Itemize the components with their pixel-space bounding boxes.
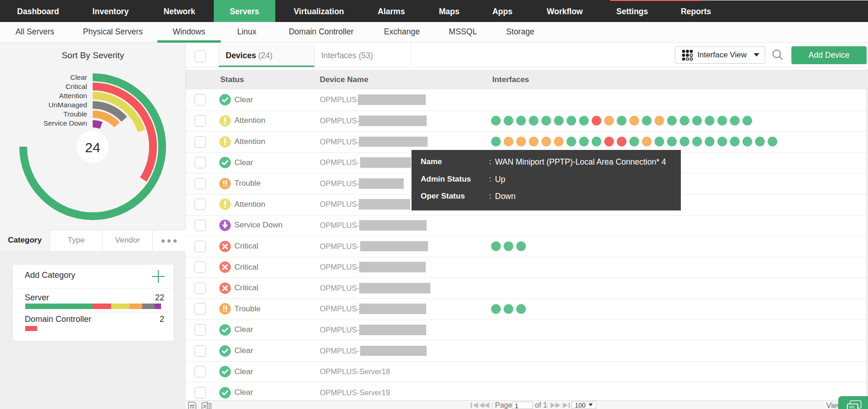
svg-text:Critical: Critical [66, 83, 87, 90]
svg-text:Trouble: Trouble [63, 110, 87, 118]
svg-text:24: 24 [85, 140, 100, 155]
svg-text:UnManaged: UnManaged [49, 101, 87, 109]
svg-text:Clear: Clear [70, 73, 87, 81]
svg-text:Attention: Attention [59, 92, 87, 99]
svg-text:Service Down: Service Down [43, 119, 87, 127]
